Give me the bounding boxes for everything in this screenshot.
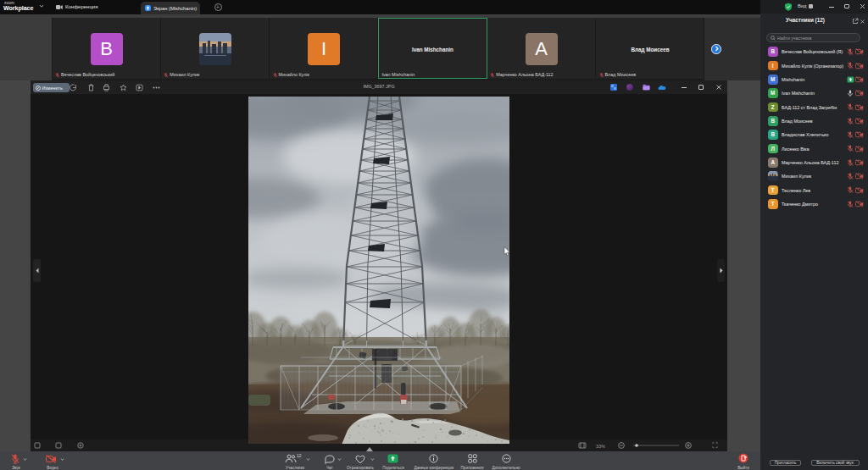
svg-text:33%: 33% bbox=[596, 444, 605, 449]
